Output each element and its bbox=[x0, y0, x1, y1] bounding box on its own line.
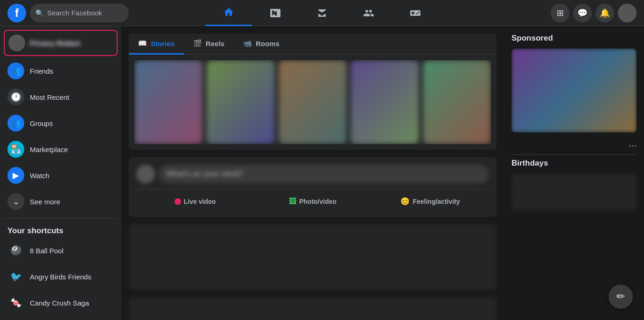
8-ball-pool-icon: 🎱 bbox=[7, 242, 24, 259]
facebook-logo[interactable]: f bbox=[7, 4, 26, 22]
sidebar-user-profile[interactable]: Privacy Redact bbox=[4, 30, 118, 56]
navbar-right: ⊞ 💬 🔔 bbox=[515, 4, 637, 22]
shortcut-angry-birds[interactable]: 🐦 Angry Birds Friends bbox=[4, 264, 118, 290]
groups-icon: 👥 bbox=[7, 115, 24, 132]
shortcut-angry-birds-label: Angry Birds Friends bbox=[30, 273, 91, 281]
story-card-5[interactable] bbox=[423, 60, 491, 144]
shortcut-8-ball-pool[interactable]: 🎱 8 Ball Pool bbox=[4, 237, 118, 264]
stories-tabs: 📖 Stories 🎬 Reels 📹 Rooms bbox=[129, 34, 497, 55]
nav-marketplace-button[interactable] bbox=[299, 0, 345, 26]
sidebar-item-friends-label: Friends bbox=[30, 67, 53, 75]
photo-video-label: Photo/video bbox=[299, 198, 336, 205]
search-icon: 🔍 bbox=[35, 9, 43, 17]
tab-reels[interactable]: 🎬 Reels bbox=[184, 34, 234, 55]
search-bar[interactable]: 🔍 bbox=[30, 4, 129, 22]
sidebar-item-marketplace[interactable]: 🏪 Marketplace bbox=[4, 136, 118, 162]
feeling-icon: 😊 bbox=[400, 197, 410, 206]
photo-icon: 🖼 bbox=[289, 197, 296, 206]
live-video-button[interactable]: Live video bbox=[136, 193, 254, 209]
candy-crush-icon: 🍬 bbox=[7, 294, 24, 311]
sidebar-user-avatar bbox=[8, 35, 25, 51]
profile-avatar[interactable] bbox=[618, 4, 637, 22]
tab-rooms[interactable]: 📹 Rooms bbox=[234, 34, 289, 55]
search-input[interactable] bbox=[47, 9, 123, 17]
feed: 📖 Stories 🎬 Reels 📹 Rooms bbox=[121, 26, 504, 320]
photo-video-button[interactable]: 🖼 Photo/video bbox=[254, 193, 371, 209]
rooms-tab-label: Rooms bbox=[256, 40, 280, 48]
sponsored-header: Sponsored bbox=[511, 34, 637, 43]
story-card-2[interactable] bbox=[206, 60, 274, 144]
stories-tab-label: Stories bbox=[151, 40, 175, 48]
apps-button[interactable]: ⊞ bbox=[551, 4, 569, 22]
friends-icon: 👥 bbox=[7, 63, 24, 79]
blurred-post-2 bbox=[129, 297, 497, 320]
sidebar-user-name: Privacy Redact bbox=[30, 39, 80, 47]
navbar-center bbox=[129, 0, 515, 26]
see-more-icon: ⌄ bbox=[7, 193, 24, 210]
live-dot-icon bbox=[175, 198, 181, 205]
watch-icon: ▶ bbox=[7, 167, 24, 184]
reels-tab-label: Reels bbox=[206, 40, 224, 48]
tab-stories[interactable]: 📖 Stories bbox=[129, 34, 184, 55]
sponsored-card bbox=[511, 49, 637, 132]
sponsored-image bbox=[511, 49, 637, 132]
stories-container bbox=[129, 55, 497, 150]
post-actions: Live video 🖼 Photo/video 😊 Feeling/activ… bbox=[136, 189, 489, 209]
shortcut-candy-crush-label: Candy Crush Saga bbox=[30, 299, 89, 307]
sidebar-item-see-more-label: See more bbox=[30, 198, 60, 206]
messenger-button[interactable]: 💬 bbox=[573, 4, 592, 22]
right-panel: Sponsored ··· Birthdays bbox=[504, 26, 644, 320]
post-area: What's on your mind? Live video 🖼 Photo/… bbox=[129, 157, 497, 217]
messenger-float-button[interactable]: ✏ bbox=[609, 285, 633, 309]
main-layout: Privacy Redact 👥 Friends 🕐 Most Recent 👥… bbox=[0, 26, 644, 320]
feeling-button[interactable]: 😊 Feeling/activity bbox=[371, 193, 489, 209]
right-panel-divider bbox=[511, 154, 637, 155]
nav-groups-button[interactable] bbox=[345, 0, 392, 26]
sidebar-item-see-more[interactable]: ⌄ See more bbox=[4, 188, 118, 215]
story-card-1[interactable] bbox=[134, 60, 203, 144]
shortcut-coin-master[interactable]: 🪙 Coin Master bbox=[4, 316, 118, 320]
sidebar-item-marketplace-label: Marketplace bbox=[30, 146, 68, 153]
most-recent-icon: 🕐 bbox=[7, 89, 24, 105]
nav-home-button[interactable] bbox=[205, 0, 252, 26]
sidebar-item-groups-label: Groups bbox=[30, 119, 53, 127]
sidebar-item-most-recent-label: Most Recent bbox=[30, 93, 69, 101]
stories-icon: 📖 bbox=[138, 39, 147, 48]
reels-icon: 🎬 bbox=[193, 39, 202, 48]
sidebar-item-watch[interactable]: ▶ Watch bbox=[4, 162, 118, 188]
post-user-avatar bbox=[136, 165, 155, 183]
rooms-icon: 📹 bbox=[243, 39, 252, 48]
sidebar-item-friends[interactable]: 👥 Friends bbox=[4, 58, 118, 84]
sidebar-divider bbox=[4, 218, 118, 219]
navbar-left: f 🔍 bbox=[7, 4, 129, 22]
sidebar: Privacy Redact 👥 Friends 🕐 Most Recent 👥… bbox=[0, 26, 121, 320]
blurred-post-1 bbox=[129, 224, 497, 290]
navbar: f 🔍 ⊞ 💬 🔔 bbox=[0, 0, 644, 26]
birthdays-header: Birthdays bbox=[511, 159, 637, 168]
stories-section: 📖 Stories 🎬 Reels 📹 Rooms bbox=[129, 34, 497, 150]
marketplace-icon: 🏪 bbox=[7, 141, 24, 158]
notifications-button[interactable]: 🔔 bbox=[595, 4, 614, 22]
post-input-placeholder[interactable]: What's on your mind? bbox=[159, 165, 489, 183]
story-card-4[interactable] bbox=[350, 60, 419, 144]
shortcut-candy-crush[interactable]: 🍬 Candy Crush Saga bbox=[4, 290, 118, 316]
sponsored-controls: ··· bbox=[511, 140, 637, 151]
feeling-label: Feeling/activity bbox=[413, 198, 460, 205]
sidebar-item-watch-label: Watch bbox=[30, 172, 49, 180]
shortcuts-header: Your shortcuts bbox=[4, 223, 118, 237]
angry-birds-icon: 🐦 bbox=[7, 268, 24, 285]
nav-video-button[interactable] bbox=[252, 0, 299, 26]
nav-gaming-button[interactable] bbox=[392, 0, 439, 26]
post-input-row: What's on your mind? bbox=[136, 165, 489, 183]
sidebar-item-groups[interactable]: 👥 Groups bbox=[4, 110, 118, 136]
birthday-content bbox=[511, 174, 637, 211]
story-card-3[interactable] bbox=[279, 60, 347, 144]
sponsored-more-button[interactable]: ··· bbox=[629, 140, 637, 151]
sidebar-item-most-recent[interactable]: 🕐 Most Recent bbox=[4, 84, 118, 110]
shortcut-8-ball-pool-label: 8 Ball Pool bbox=[30, 247, 63, 255]
live-video-label: Live video bbox=[184, 198, 216, 205]
stories-grid bbox=[134, 60, 491, 144]
